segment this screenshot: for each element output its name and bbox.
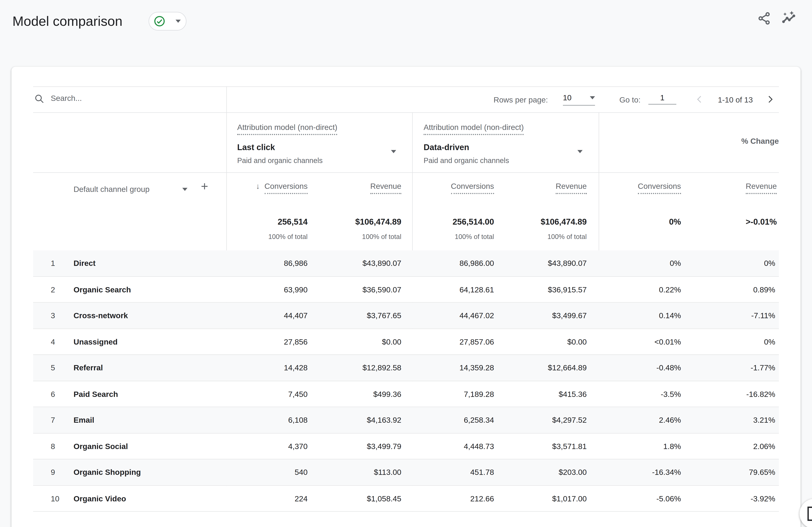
channel-name: Organic Search (73, 276, 229, 302)
chg-conversions-cell: 0.14% (606, 303, 681, 328)
lc-revenue-cell: $43,890.07 (316, 251, 402, 276)
rows-per-page-select[interactable]: 10 (563, 93, 595, 105)
next-page-button[interactable] (766, 95, 775, 106)
model-selector-right-scope: Paid and organic channels (424, 156, 509, 165)
row-index: 10 (51, 485, 72, 511)
dd-conversions-cell: 6,258.34 (415, 407, 494, 433)
dd-revenue-cell: $415.36 (503, 381, 587, 407)
dd-revenue-cell: $0.00 (503, 329, 587, 355)
attribution-model-header-left[interactable]: Attribution model (non-direct) (237, 123, 337, 131)
chevron-down-icon (590, 96, 595, 99)
chg-conversions-cell: 0.22% (606, 276, 681, 302)
dd-conversions-cell: 27,857.06 (415, 329, 494, 355)
chg-revenue-cell: -16.82% (694, 381, 775, 407)
search-input[interactable] (50, 93, 207, 103)
dd-conversions-cell: 4,448.73 (415, 433, 494, 459)
chg-conversions-cell: -0.48% (606, 355, 681, 380)
table-row: 9 Organic Shopping 540 $113.00 451.78 $2… (33, 460, 779, 485)
chg-conversions-cell: -5.06% (606, 485, 681, 511)
share-icon[interactable] (757, 12, 771, 27)
toolbar-bottom-border (33, 112, 779, 113)
check-circle-icon (153, 15, 166, 27)
chevron-down-icon[interactable] (577, 150, 582, 153)
chevron-down-icon (175, 20, 180, 23)
total-lc-conversions-sub: 100% of total (207, 233, 308, 241)
channel-name: Organic Video (73, 485, 229, 511)
dd-conversions-cell: 44,467.02 (415, 303, 494, 328)
column-header-chg-conversions[interactable]: Conversions (606, 182, 681, 194)
feedback-button[interactable] (800, 499, 812, 527)
dd-revenue-cell: $4,297.52 (503, 407, 587, 433)
total-dd-conversions: 256,514.00 (415, 217, 494, 227)
total-dd-revenue: $106,474.89 (503, 217, 587, 227)
chg-revenue-cell: 0% (694, 329, 775, 355)
chg-revenue-cell: 0.89% (694, 276, 775, 302)
table-row: 4 Unassigned 27,856 $0.00 27,857.06 $0.0… (33, 329, 779, 355)
lc-revenue-cell: $12,892.58 (316, 355, 402, 380)
rows-per-page-value: 10 (563, 93, 572, 102)
total-lc-revenue-sub: 100% of total (316, 233, 402, 241)
dd-revenue-cell: $12,664.89 (503, 355, 587, 380)
dd-revenue-cell: $36,915.57 (503, 276, 587, 302)
row-index: 8 (51, 433, 72, 459)
channel-name: Organic Shopping (73, 460, 229, 485)
table-row: 3 Cross-network 44,407 $3,767.65 44,467.… (33, 303, 779, 329)
rows-per-page-label: Rows per page: (493, 95, 548, 104)
chg-conversions-cell: <0.01% (606, 329, 681, 355)
table-row: 10 Organic Video 224 $1,058.45 212.66 $1… (33, 485, 779, 512)
chevron-down-icon[interactable] (182, 188, 187, 191)
channel-name: Unassigned (73, 329, 229, 355)
chg-revenue-cell: 3.21% (694, 407, 775, 433)
total-chg-conversions: 0% (606, 217, 681, 227)
go-to-page-input[interactable] (648, 93, 676, 105)
table-row: 5 Referral 14,428 $12,892.58 14,359.28 $… (33, 355, 779, 381)
chg-revenue-cell: -7.11% (694, 303, 775, 328)
table-row: 6 Paid Search 7,450 $499.36 7,189.28 $41… (33, 381, 779, 407)
lc-conversions-cell: 14,428 (238, 355, 308, 380)
channel-name: Paid Search (73, 381, 229, 407)
table-row: 8 Organic Social 4,370 $3,499.79 4,448.7… (33, 433, 779, 460)
total-lc-conversions: 256,514 (207, 217, 308, 227)
chg-revenue-cell: 79.65% (694, 460, 775, 485)
row-index: 6 (51, 381, 72, 407)
lc-conversions-cell: 44,407 (238, 303, 308, 328)
previous-page-button[interactable] (695, 95, 704, 106)
table-rows: 1 Direct 86,986 $43,890.07 86,986.00 $43… (33, 251, 779, 512)
dd-revenue-cell: $3,571.81 (503, 433, 587, 459)
search-icon (34, 94, 45, 106)
column-header-dd-revenue[interactable]: Revenue (503, 182, 587, 194)
chg-conversions-cell: 1.8% (606, 433, 681, 459)
row-index: 9 (51, 460, 72, 485)
row-index: 1 (51, 251, 72, 276)
column-header-lc-revenue[interactable]: Revenue (316, 182, 402, 194)
dd-revenue-cell: $3,499.67 (503, 303, 587, 328)
total-dd-conversions-sub: 100% of total (415, 233, 494, 241)
column-header-lc-conversions[interactable]: ↓ Conversions (207, 182, 308, 194)
column-header-chg-revenue[interactable]: Revenue (694, 182, 777, 194)
lc-revenue-cell: $3,767.65 (316, 303, 402, 328)
chg-conversions-cell: 2.46% (606, 407, 681, 433)
lc-conversions-cell: 224 (238, 485, 308, 511)
row-index: 7 (51, 407, 72, 433)
chevron-down-icon[interactable] (391, 150, 396, 153)
lc-conversions-cell: 27,856 (238, 329, 308, 355)
chg-revenue-cell: 0% (694, 251, 775, 276)
channel-name: Email (73, 407, 229, 433)
chg-revenue-cell: -3.92% (694, 485, 775, 511)
report-status-badge[interactable] (149, 12, 186, 30)
attribution-model-header-right[interactable]: Attribution model (non-direct) (424, 123, 524, 131)
model-selector-left-scope: Paid and organic channels (237, 156, 323, 165)
chg-conversions-cell: -16.34% (606, 460, 681, 485)
page-title: Model comparison (12, 13, 122, 29)
insights-icon[interactable] (781, 10, 796, 28)
column-header-dd-conversions[interactable]: Conversions (415, 182, 494, 194)
channel-name: Organic Social (73, 433, 229, 459)
model-selector-right-name[interactable]: Data-driven (424, 143, 469, 152)
total-dd-revenue-sub: 100% of total (503, 233, 587, 241)
lc-conversions-cell: 6,108 (238, 407, 308, 433)
model-selector-left-name[interactable]: Last click (237, 143, 275, 152)
go-to-label: Go to: (619, 95, 640, 104)
dimension-selector[interactable]: Default channel group (73, 185, 149, 193)
model-header-bottom-border (33, 172, 779, 173)
row-index: 4 (51, 329, 72, 355)
